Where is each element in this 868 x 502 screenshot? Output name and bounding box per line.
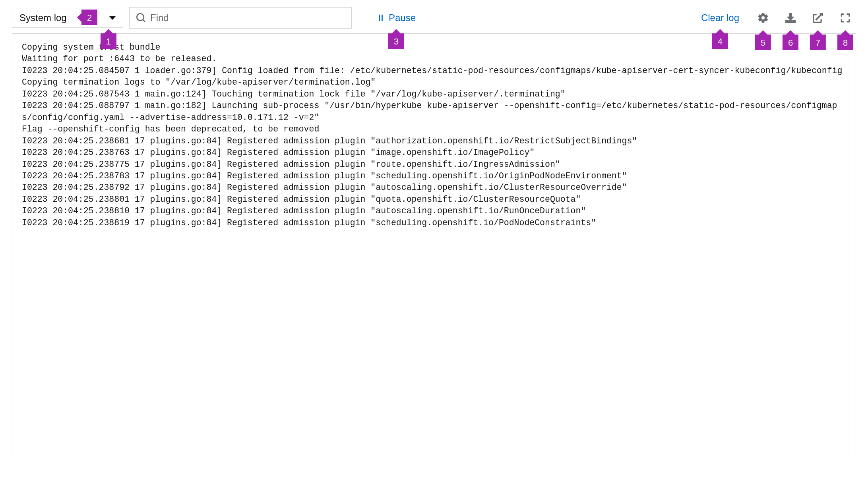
clear-log-label: Clear log <box>701 12 739 23</box>
annotation-3: 3 <box>388 33 404 49</box>
log-source-label: System log <box>19 12 67 23</box>
open-external-button[interactable]: 7 <box>807 10 829 26</box>
annotation-4: 4 <box>712 33 728 49</box>
log-panel: Copying system trust bundle Waiting for … <box>12 33 856 462</box>
gear-icon <box>758 13 768 23</box>
external-link-icon <box>813 13 823 23</box>
annotation-8: 8 <box>837 35 853 50</box>
annotation-2: 2 <box>81 10 97 25</box>
annotation-5: 5 <box>755 35 771 50</box>
fullscreen-button[interactable]: 8 <box>835 10 856 26</box>
annotation-1: 1 <box>101 33 116 49</box>
search-icon <box>136 13 145 23</box>
find-input-wrapper: 2 <box>129 7 352 29</box>
pause-button[interactable]: Pause 3 <box>370 8 423 27</box>
annotation-7: 7 <box>810 35 826 50</box>
download-icon <box>785 13 796 23</box>
pause-icon <box>377 14 385 22</box>
find-input[interactable] <box>145 12 345 23</box>
annotation-6: 6 <box>783 35 798 50</box>
options-button[interactable]: 5 <box>752 10 774 26</box>
log-source-dropdown[interactable]: System log 1 <box>12 8 123 28</box>
log-text: Copying system trust bundle Waiting for … <box>22 42 846 229</box>
log-toolbar: System log 1 2 Pause 3 Clear log 4 <box>12 7 856 33</box>
download-button[interactable]: 6 <box>780 10 801 26</box>
expand-icon <box>840 13 851 23</box>
pause-label: Pause <box>389 12 416 23</box>
chevron-down-icon <box>109 16 116 20</box>
clear-log-button[interactable]: Clear log 4 <box>694 8 746 27</box>
